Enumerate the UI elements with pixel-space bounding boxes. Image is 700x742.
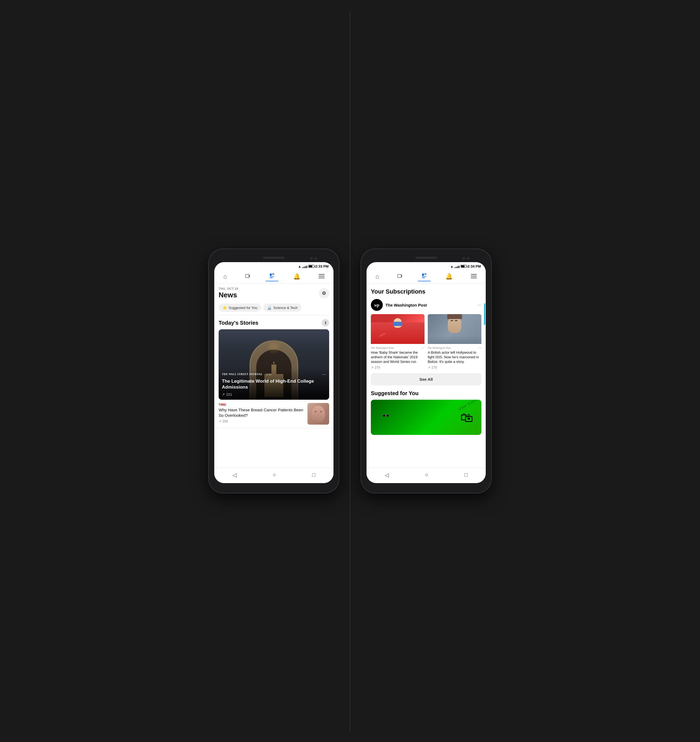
signal-bar-4 <box>307 266 307 268</box>
nav-news-left[interactable] <box>266 272 278 281</box>
svg-rect-3 <box>272 274 274 275</box>
camera-area-right <box>463 257 469 260</box>
back-button-right[interactable]: ◁ <box>379 471 394 479</box>
back-button-left[interactable]: ◁ <box>227 471 242 479</box>
svg-marker-1 <box>249 275 250 277</box>
svg-rect-7 <box>318 276 324 277</box>
status-bar-left: ▲ 2:33 PM <box>214 262 333 269</box>
article-source-1: TIME <box>219 403 304 406</box>
sunglasses-icon: 🕶️ <box>382 412 390 420</box>
svg-rect-4 <box>270 277 274 277</box>
signal-bar-r4 <box>458 266 460 268</box>
svg-rect-6 <box>318 274 324 275</box>
svg-rect-5 <box>270 278 273 278</box>
publisher-info: wp The Washington Post <box>371 299 427 311</box>
nav-menu-left[interactable] <box>315 272 328 281</box>
uber-eats-card[interactable]: 🛍 Uber Eats 🕶️ <box>371 400 481 435</box>
left-phone-screen: ▲ 2:33 PM ⌂ <box>214 262 333 483</box>
today-stories-header: Today's Stories ℹ <box>214 315 333 329</box>
news-title: News <box>219 291 239 299</box>
home-button-left[interactable]: ○ <box>267 471 281 479</box>
nav-home-left[interactable]: ⌂ <box>220 272 230 281</box>
publisher-more-button[interactable]: ··· <box>477 302 481 308</box>
article-item-1[interactable]: TIME Why Have These Breast Cancer Patien… <box>214 400 333 428</box>
speaker-grille-right <box>415 257 437 259</box>
signal-bars-left <box>302 265 307 268</box>
nav-bell-right[interactable]: 🔔 <box>442 272 456 281</box>
nav-video-right[interactable] <box>394 272 406 281</box>
church-decoration <box>266 340 282 354</box>
wsj-logo: THE WALL STREET JOURNAL <box>222 372 262 375</box>
camera-dot-1 <box>310 257 313 260</box>
featured-story-card[interactable]: ✝ THE WALL STREET JOURNAL · 1 hr ··· The… <box>219 329 329 400</box>
share-number-grid-2: 270 <box>432 365 437 370</box>
signal-bar-3 <box>305 266 306 268</box>
info-button[interactable]: ℹ <box>321 319 329 327</box>
bottom-nav-left: ◁ ○ □ <box>214 468 333 483</box>
time-value: 1 hr <box>266 372 271 376</box>
grid-card-1[interactable]: The Washington Post ··· How 'Baby Shark'… <box>371 314 424 370</box>
camera-dot-3 <box>463 257 465 260</box>
svg-rect-12 <box>424 274 426 275</box>
left-phone: ▲ 2:33 PM ⌂ <box>209 249 339 493</box>
news-icon-left <box>269 273 275 280</box>
grid-more-1[interactable]: ··· <box>421 346 424 350</box>
menu-icon-right <box>471 274 477 280</box>
bell-icon-left: 🔔 <box>293 274 301 280</box>
face-shape <box>311 406 325 422</box>
grid-headline-2: A British actor left Hollywood to fight … <box>428 350 481 364</box>
science-tech-chip[interactable]: 🔬 Science & Tech <box>263 303 301 312</box>
featured-source-row: THE WALL STREET JOURNAL · 1 hr ··· <box>222 372 326 377</box>
scroll-indicator <box>484 303 485 325</box>
home-button-right[interactable]: ○ <box>419 471 433 479</box>
science-chip-label: Science & Tech <box>273 306 298 310</box>
article-shares-1: ↗ 358 <box>219 420 304 423</box>
nav-news-right[interactable] <box>418 272 430 281</box>
grid-source-text-2: The Washington Post <box>428 346 451 349</box>
nav-bell-left[interactable]: 🔔 <box>290 272 304 281</box>
nav-menu-right[interactable] <box>467 272 480 281</box>
featured-headline: The Legitimate World of High-End College… <box>222 378 326 390</box>
svg-rect-16 <box>471 276 477 277</box>
grid-shares-1: ↗ 270 <box>371 365 424 370</box>
recents-button-left[interactable]: □ <box>307 471 321 479</box>
camera-area <box>310 257 317 260</box>
subscriptions-section: Your Subscriptions wp The Washington Pos… <box>367 284 486 439</box>
washington-post-logo: wp <box>371 299 383 311</box>
suggested-chip[interactable]: ⭐ Suggested for You <box>219 303 261 312</box>
battery-fill-right <box>461 265 465 267</box>
nav-video-left[interactable] <box>242 272 254 281</box>
speaker-grille <box>263 257 285 259</box>
battery-icon-left <box>308 265 314 268</box>
article-image-baby-shark <box>371 314 424 344</box>
man-face <box>448 317 461 333</box>
man-shoulders <box>428 336 481 344</box>
grid-source-1: The Washington Post ··· <box>371 344 424 350</box>
see-all-button[interactable]: See All <box>371 373 481 385</box>
grid-more-2[interactable]: ··· <box>478 346 481 350</box>
man-eye-r <box>455 320 458 321</box>
settings-button[interactable]: ⚙ <box>319 288 329 299</box>
article-thumb-1 <box>308 403 329 425</box>
signal-bar-r2 <box>456 267 457 268</box>
man-hair <box>447 314 462 319</box>
status-time-right: 2:34 PM <box>467 264 481 268</box>
nav-home-right[interactable]: ⌂ <box>372 272 382 281</box>
battery-icon-right <box>461 265 467 268</box>
recents-button-right[interactable]: □ <box>459 471 473 479</box>
right-screen-content: Your Subscriptions wp The Washington Pos… <box>367 284 486 468</box>
featured-time: · 1 hr <box>265 372 271 376</box>
status-bar-right: ▲ 2:34 PM <box>367 262 486 269</box>
news-header: THU, OCT 24 News ⚙ <box>214 284 333 302</box>
home-icon-right: ⌂ <box>376 274 379 280</box>
featured-overlay: THE WALL STREET JOURNAL · 1 hr ··· The L… <box>219 368 329 400</box>
bell-icon-right: 🔔 <box>445 274 453 280</box>
featured-share-count: ↗ 221 <box>222 392 326 396</box>
svg-marker-10 <box>401 275 402 277</box>
svg-rect-0 <box>245 274 249 278</box>
grid-card-2[interactable]: The Washington Post ··· A British actor … <box>428 314 481 370</box>
featured-more-button[interactable]: ··· <box>322 372 326 377</box>
svg-rect-2 <box>270 274 272 276</box>
publisher-name: The Washington Post <box>386 303 427 307</box>
share-number-grid-1: 270 <box>375 365 380 370</box>
